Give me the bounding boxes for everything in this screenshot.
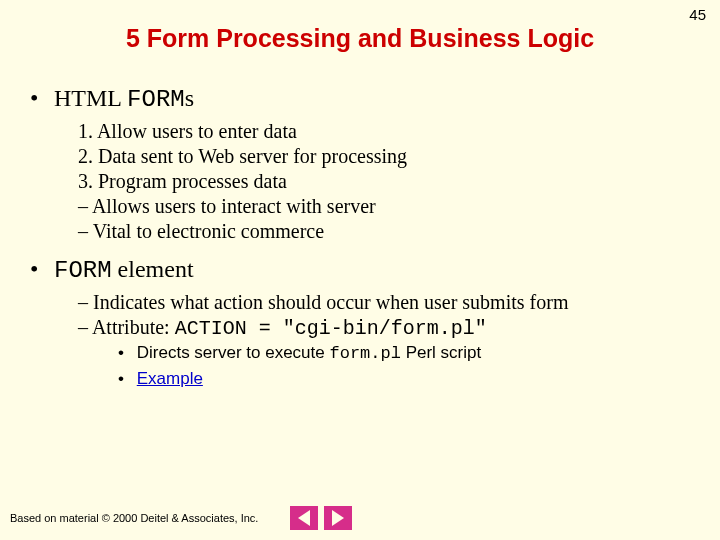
triangle-left-icon: [298, 510, 310, 526]
bullet-html-forms: • HTML FORMs: [22, 85, 700, 113]
sub-list-item: • Example: [22, 367, 700, 392]
bullet-dot-icon: •: [30, 85, 48, 112]
page-number: 45: [689, 6, 706, 23]
heading-text: FORM element: [54, 256, 194, 282]
bullet-dot-icon: •: [118, 341, 132, 366]
slide-content: • HTML FORMs 1. Allow users to enter dat…: [0, 85, 720, 391]
list-item: – Attribute: ACTION = "cgi-bin/form.pl": [22, 315, 700, 341]
list-item: – Vital to electronic commerce: [22, 219, 700, 244]
next-button[interactable]: [324, 506, 352, 530]
list-item: 2. Data sent to Web server for processin…: [22, 144, 700, 169]
example-link[interactable]: Example: [137, 369, 203, 388]
bullet-form-element: • FORM element: [22, 256, 700, 284]
heading-text: HTML FORMs: [54, 85, 194, 111]
list-item: – Allows users to interact with server: [22, 194, 700, 219]
slide-title: 5 Form Processing and Business Logic: [0, 0, 720, 73]
list-item: 1. Allow users to enter data: [22, 119, 700, 144]
bullet-dot-icon: •: [118, 367, 132, 392]
list-item: – Indicates what action should occur whe…: [22, 290, 700, 315]
triangle-right-icon: [332, 510, 344, 526]
footer-credit: Based on material © 2000 Deitel & Associ…: [10, 512, 258, 524]
sub-list-item: • Directs server to execute form.pl Perl…: [22, 341, 700, 367]
bullet-dot-icon: •: [30, 256, 48, 283]
list-item: 3. Program processes data: [22, 169, 700, 194]
nav-controls: [290, 506, 352, 530]
prev-button[interactable]: [290, 506, 318, 530]
